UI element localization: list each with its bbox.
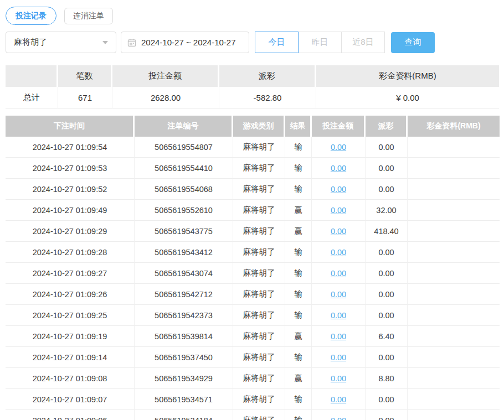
yesterday-button[interactable]: 昨日	[298, 32, 342, 53]
bet-amount-link[interactable]: 0.00	[331, 416, 346, 420]
bet-amount-link[interactable]: 0.00	[331, 269, 346, 278]
cell-payout: 0.00	[366, 179, 408, 200]
cell-game-type: 麻将胡了	[233, 347, 285, 368]
cell-bet-amount: 0.00	[312, 179, 366, 200]
cell-bonus	[408, 242, 500, 263]
table-row: 2024-10-27 01:09:07 5065619534571 麻将胡了 输…	[6, 389, 500, 410]
cell-bet-time: 2024-10-27 01:09:19	[6, 326, 135, 347]
query-button[interactable]: 查询	[391, 32, 435, 53]
cell-bet-time: 2024-10-27 01:09:29	[6, 221, 135, 242]
cell-order-number: 5065619539814	[135, 326, 233, 347]
tab-betting-records[interactable]: 投注记录	[6, 7, 56, 25]
bet-amount-link[interactable]: 0.00	[331, 164, 346, 173]
header-order-number: 注单编号	[135, 116, 233, 137]
bet-amount-link[interactable]: 0.00	[331, 143, 346, 152]
cell-bonus	[408, 305, 500, 326]
cell-result: 赢	[285, 368, 312, 389]
cell-payout: 0.00	[366, 389, 408, 410]
cell-game-type: 麻将胡了	[233, 410, 285, 420]
bet-amount-link[interactable]: 0.00	[331, 374, 346, 383]
cell-bonus	[408, 410, 500, 420]
summary-total-count: 671	[58, 87, 112, 108]
cell-order-number: 5065619554068	[135, 179, 233, 200]
bet-amount-link[interactable]: 0.00	[331, 206, 346, 215]
records-table: 下注时间 注单编号 游戏类别 结果 投注金额 派彩 彩金资料(RMB) 2024…	[6, 116, 500, 420]
quick-date-buttons: 今日 昨日 近8日	[255, 32, 385, 53]
header-game-type: 游戏类别	[233, 116, 285, 137]
cell-bonus	[408, 263, 500, 284]
summary-header-bet-amount: 投注金额	[112, 65, 219, 87]
records-table-body: 2024-10-27 01:09:54 5065619554807 麻将胡了 输…	[6, 137, 500, 420]
bet-amount-link[interactable]: 0.00	[331, 353, 346, 362]
summary-header-count: 笔数	[58, 65, 112, 87]
chevron-down-icon	[102, 41, 108, 44]
cell-bet-amount: 0.00	[312, 200, 366, 221]
summary-header-payout: 派彩	[219, 65, 316, 87]
cell-order-number: 5065619537450	[135, 347, 233, 368]
cell-game-type: 麻将胡了	[233, 200, 285, 221]
today-button[interactable]: 今日	[255, 32, 299, 53]
cell-result: 赢	[285, 326, 312, 347]
cell-bet-amount: 0.00	[312, 410, 366, 420]
summary-total-payout: -582.80	[219, 87, 316, 108]
cell-bonus	[408, 179, 500, 200]
cell-bonus	[408, 326, 500, 347]
table-row: 2024-10-27 01:09:53 5065619554410 麻将胡了 输…	[6, 158, 500, 179]
cell-game-type: 麻将胡了	[233, 326, 285, 347]
table-row: 2024-10-27 01:09:25 5065619542373 麻将胡了 输…	[6, 305, 500, 326]
summary-table: 笔数 投注金额 派彩 彩金资料(RMB) 总计 671 2628.00 -582…	[6, 65, 499, 108]
cell-payout: 0.00	[366, 263, 408, 284]
cell-game-type: 麻将胡了	[233, 137, 285, 158]
table-row: 2024-10-27 01:09:28 5065619543412 麻将胡了 输…	[6, 242, 500, 263]
bet-amount-link[interactable]: 0.00	[331, 290, 346, 299]
cell-bonus	[408, 221, 500, 242]
table-row: 2024-10-27 01:09:19 5065619539814 麻将胡了 赢…	[6, 326, 500, 347]
table-row: 2024-10-27 01:09:54 5065619554807 麻将胡了 输…	[6, 137, 500, 158]
cell-bonus	[408, 368, 500, 389]
cell-bet-amount: 0.00	[312, 347, 366, 368]
cell-bet-time: 2024-10-27 01:09:07	[6, 389, 135, 410]
cell-game-type: 麻将胡了	[233, 158, 285, 179]
cell-bet-amount: 0.00	[312, 305, 366, 326]
date-range-input[interactable]: 2024-10-27 ~ 2024-10-27	[121, 32, 249, 53]
cell-bet-time: 2024-10-27 01:09:26	[6, 284, 135, 305]
cell-payout: 8.80	[366, 368, 408, 389]
table-row: 2024-10-27 01:09:26 5065619542712 麻将胡了 输…	[6, 284, 500, 305]
summary-total-label: 总计	[6, 87, 58, 108]
cell-bet-amount: 0.00	[312, 284, 366, 305]
cell-order-number: 5065619543412	[135, 242, 233, 263]
cell-order-number: 5065619543074	[135, 263, 233, 284]
cell-payout: 0.00	[366, 158, 408, 179]
cell-bet-amount: 0.00	[312, 137, 366, 158]
cell-order-number: 5065619554807	[135, 137, 233, 158]
cell-bet-time: 2024-10-27 01:09:54	[6, 137, 135, 158]
filter-bar: 麻将胡了 2024-10-27 ~ 2024-10-27	[6, 32, 499, 53]
summary-total-bonus: ¥ 0.00	[316, 87, 499, 108]
bet-amount-link[interactable]: 0.00	[331, 248, 346, 257]
cell-game-type: 麻将胡了	[233, 368, 285, 389]
game-select-value: 麻将胡了	[14, 37, 47, 48]
cell-result: 输	[285, 389, 312, 410]
bet-amount-link[interactable]: 0.00	[331, 395, 346, 404]
cell-game-type: 麻将胡了	[233, 284, 285, 305]
cell-order-number: 5065619543775	[135, 221, 233, 242]
cell-order-number: 5065619552610	[135, 200, 233, 221]
cell-bonus	[408, 158, 500, 179]
cell-bet-time: 2024-10-27 01:09:06	[6, 410, 135, 420]
records-header-row: 下注时间 注单编号 游戏类别 结果 投注金额 派彩 彩金资料(RMB)	[6, 116, 500, 137]
header-payout: 派彩	[366, 116, 408, 137]
last-8-days-button[interactable]: 近8日	[341, 32, 385, 53]
cell-order-number: 5065619534929	[135, 368, 233, 389]
bet-amount-link[interactable]: 0.00	[331, 311, 346, 320]
cell-result: 输	[285, 242, 312, 263]
game-select[interactable]: 麻将胡了	[6, 32, 116, 53]
bet-amount-link[interactable]: 0.00	[331, 227, 346, 236]
table-row: 2024-10-27 01:09:06 5065619534184 麻将胡了 输…	[6, 410, 500, 420]
bet-amount-link[interactable]: 0.00	[331, 185, 346, 194]
cell-bonus	[408, 284, 500, 305]
bet-amount-link[interactable]: 0.00	[331, 332, 346, 341]
table-row: 2024-10-27 01:09:08 5065619534929 麻将胡了 赢…	[6, 368, 500, 389]
tab-cancelled-orders[interactable]: 连消注单	[64, 8, 113, 24]
cell-bet-amount: 0.00	[312, 242, 366, 263]
cell-order-number: 5065619554410	[135, 158, 233, 179]
